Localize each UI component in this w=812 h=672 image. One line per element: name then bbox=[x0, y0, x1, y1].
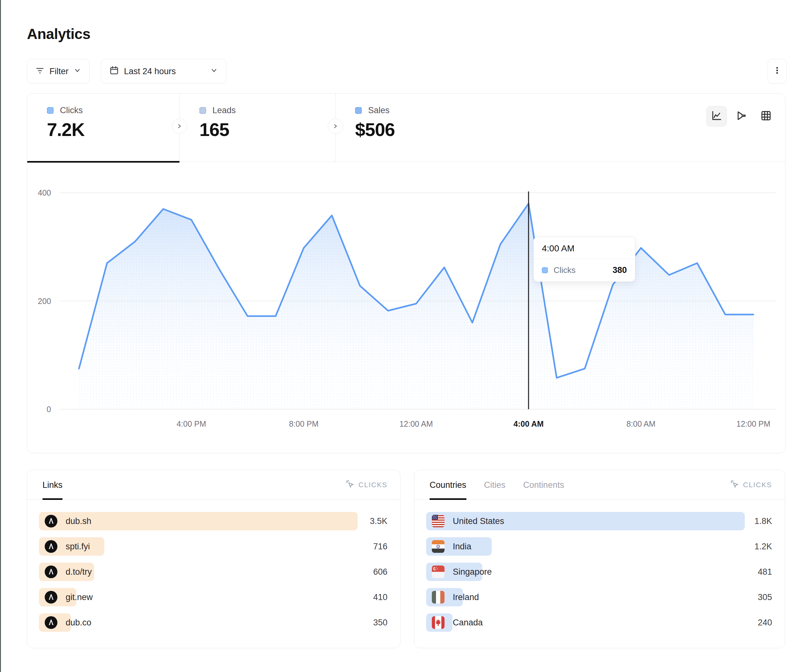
list-item[interactable]: Singapore481 bbox=[422, 563, 772, 581]
window-edge-strip bbox=[0, 0, 1, 672]
y-axis-tick: 0 bbox=[47, 405, 51, 414]
countries-list: United States1.8KIndia1.2KSingapore481Ir… bbox=[422, 512, 772, 639]
list-item[interactable]: dub.sh3.5K bbox=[35, 512, 387, 530]
list-item[interactable]: India1.2K bbox=[422, 537, 772, 556]
row-label: dub.co bbox=[66, 618, 91, 628]
link-favicon bbox=[45, 616, 57, 629]
list-item[interactable]: United States1.8K bbox=[422, 512, 772, 530]
link-favicon bbox=[45, 540, 57, 553]
row-label: United States bbox=[453, 516, 504, 526]
calendar-icon bbox=[109, 66, 119, 77]
row-value: 305 bbox=[758, 588, 772, 606]
links-panel: Links CLICKS dub.sh3.5Kspti.fyi716d.to/t… bbox=[27, 470, 401, 648]
line-chart-icon bbox=[711, 110, 722, 123]
ca-flag-icon bbox=[432, 616, 445, 629]
line-chart-view-button[interactable] bbox=[706, 106, 727, 126]
tab-cities[interactable]: Cities bbox=[484, 470, 506, 500]
list-item[interactable]: spti.fyi716 bbox=[35, 537, 387, 556]
row-value: 350 bbox=[373, 613, 387, 632]
links-panel-header: Links CLICKS bbox=[27, 470, 400, 500]
links-metric-header[interactable]: CLICKS bbox=[345, 470, 387, 500]
filter-icon bbox=[36, 66, 44, 77]
funnel-icon bbox=[735, 110, 747, 123]
tab-countries[interactable]: Countries bbox=[430, 470, 466, 500]
tooltip-value: 380 bbox=[612, 265, 627, 275]
stat-tab-sales[interactable]: Sales $506 bbox=[336, 94, 491, 162]
clicks-legend-chip bbox=[542, 267, 548, 273]
tooltip-time: 4:00 AM bbox=[534, 237, 635, 259]
y-axis-tick: 400 bbox=[38, 188, 51, 197]
stat-tab-clicks[interactable]: Clicks 7.2K bbox=[27, 94, 179, 162]
stat-value: 165 bbox=[200, 119, 229, 140]
filter-button[interactable]: Filter bbox=[27, 59, 90, 84]
metric-label: CLICKS bbox=[743, 481, 772, 489]
ie-flag-icon bbox=[432, 591, 445, 604]
page-title: Analytics bbox=[27, 26, 90, 43]
area-fill-pattern bbox=[79, 203, 753, 409]
tooltip-series-label: Clicks bbox=[554, 265, 607, 275]
row-label: Canada bbox=[453, 618, 483, 628]
clicks-time-series-chart[interactable]: 02004004:00 PM8:00 PM12:00 AM4:00 AM8:00… bbox=[27, 162, 786, 454]
leads-legend-chip bbox=[200, 107, 206, 114]
list-item[interactable]: git.new410 bbox=[35, 588, 387, 606]
analytics-card: Clicks 7.2K Leads 165 Sales $506 bbox=[27, 93, 785, 453]
row-label: spti.fyi bbox=[66, 542, 90, 551]
countries-panel: CountriesCitiesContinents CLICKS United … bbox=[414, 470, 785, 648]
x-axis-tick: 8:00 AM bbox=[626, 420, 656, 428]
stat-tab-leads[interactable]: Leads 165 bbox=[180, 94, 336, 162]
chevron-down-icon bbox=[73, 67, 81, 77]
us-flag-icon bbox=[432, 515, 445, 527]
tab-links[interactable]: Links bbox=[43, 470, 63, 500]
grid-icon bbox=[760, 110, 772, 123]
stat-label: Clicks bbox=[60, 106, 83, 115]
row-value: 410 bbox=[373, 588, 387, 606]
row-label: d.to/try bbox=[66, 567, 92, 577]
countries-metric-header[interactable]: CLICKS bbox=[730, 470, 772, 500]
stats-row: Clicks 7.2K Leads 165 Sales $506 bbox=[27, 94, 786, 162]
x-axis-tick: 8:00 PM bbox=[289, 420, 318, 428]
cursor-click-icon bbox=[730, 479, 739, 491]
link-favicon bbox=[45, 515, 57, 527]
links-list: dub.sh3.5Kspti.fyi716d.to/try606git.new4… bbox=[35, 512, 387, 639]
link-favicon bbox=[45, 591, 57, 604]
list-item[interactable]: d.to/try606 bbox=[35, 563, 387, 581]
funnel-view-button[interactable] bbox=[731, 106, 751, 126]
in-flag-icon bbox=[432, 540, 445, 553]
row-label: Singapore bbox=[453, 567, 492, 577]
row-label: Ireland bbox=[453, 592, 479, 602]
x-axis-tick: 12:00 PM bbox=[736, 420, 770, 428]
stat-value: $506 bbox=[355, 119, 395, 140]
row-value: 1.8K bbox=[754, 512, 772, 530]
chart-type-switcher bbox=[706, 106, 776, 126]
row-value: 1.2K bbox=[754, 537, 772, 556]
stat-label: Leads bbox=[212, 106, 236, 115]
list-item[interactable]: Ireland305 bbox=[422, 588, 772, 606]
stat-label: Sales bbox=[368, 106, 390, 115]
row-label: India bbox=[453, 542, 471, 551]
tab-continents[interactable]: Continents bbox=[523, 470, 564, 500]
date-range-label: Last 24 hours bbox=[124, 67, 176, 77]
more-options-button[interactable] bbox=[768, 59, 786, 84]
row-label: git.new bbox=[66, 592, 93, 602]
sg-flag-icon bbox=[432, 566, 445, 578]
chevron-down-icon bbox=[210, 67, 218, 77]
x-axis-tick: 4:00 AM bbox=[513, 420, 544, 428]
row-value: 716 bbox=[373, 537, 387, 556]
date-range-button[interactable]: Last 24 hours bbox=[101, 59, 226, 84]
clicks-legend-chip bbox=[47, 107, 54, 114]
sales-legend-chip bbox=[355, 107, 362, 114]
list-item[interactable]: dub.co350 bbox=[35, 613, 387, 632]
table-view-button[interactable] bbox=[756, 106, 776, 126]
row-value: 606 bbox=[373, 563, 387, 581]
row-label: dub.sh bbox=[66, 516, 91, 526]
link-favicon bbox=[45, 566, 57, 578]
chart-tooltip: 4:00 AM Clicks 380 bbox=[533, 237, 635, 282]
filter-button-label: Filter bbox=[49, 67, 68, 77]
cursor-click-icon bbox=[345, 479, 355, 491]
x-axis-tick: 4:00 PM bbox=[177, 420, 206, 428]
y-axis-tick: 200 bbox=[38, 297, 51, 305]
stat-value: 7.2K bbox=[47, 119, 85, 140]
kebab-icon bbox=[773, 66, 781, 77]
countries-panel-header: CountriesCitiesContinents CLICKS bbox=[415, 470, 785, 500]
list-item[interactable]: Canada240 bbox=[422, 613, 772, 632]
